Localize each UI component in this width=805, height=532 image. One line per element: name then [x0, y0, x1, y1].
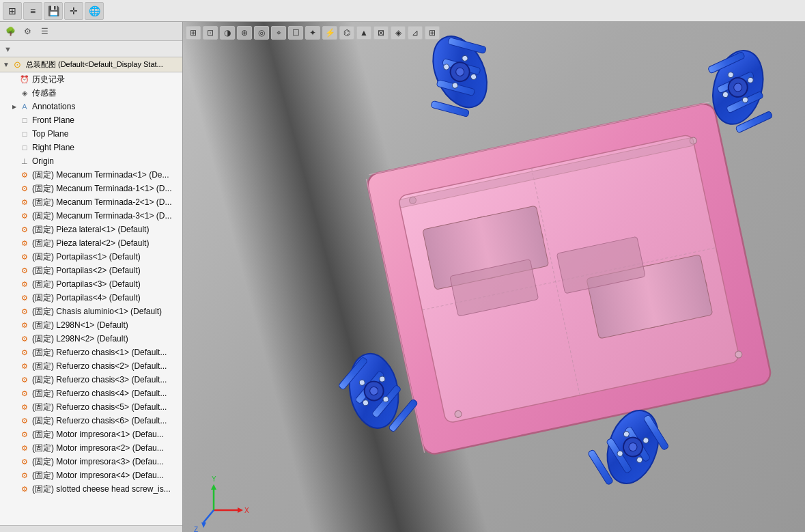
toolbar-icon-globe[interactable]: 🌐: [85, 2, 104, 20]
svg-text:Y: Y: [212, 475, 216, 483]
toolbar-icon-add[interactable]: ✛: [64, 2, 83, 20]
expand-icon-9: [11, 185, 18, 192]
panel-tab-tree[interactable]: 🌳: [3, 24, 18, 39]
tree-node-label-19: (固定) L298N<1> (Default): [32, 320, 128, 331]
tree-node-icon-23: ⚙: [19, 374, 30, 385]
tree-container[interactable]: ⏰历史记录◈传感器▶AAnnotations□Front Plane□Top P…: [0, 72, 182, 525]
expand-icon-15: [11, 267, 18, 274]
tree-item-4[interactable]: □Front Plane: [0, 113, 182, 127]
tree-node-label-22: (固定) Refuerzo chasis<2> (Default...: [32, 361, 167, 372]
expand-icon-4: [11, 117, 18, 124]
tree-node-label-1: 历史记录: [32, 74, 65, 85]
tree-item-17[interactable]: ⚙(固定) Portapilas<4> (Default): [0, 291, 182, 305]
tree-node-icon-20: ⚙: [19, 333, 30, 344]
top-toolbar: ⊞ ≡ 💾 ✛ 🌐: [0, 0, 805, 22]
tree-node-icon-15: ⚙: [19, 265, 30, 276]
tree-node-icon-1: ⏰: [19, 74, 30, 85]
svg-line-65: [203, 510, 214, 522]
tree-node-icon-4: □: [19, 115, 30, 126]
expand-icon-21: [11, 349, 18, 356]
tree-item-9[interactable]: ⚙(固定) Mecanum Terminada-1<1> (D...: [0, 182, 182, 195]
tree-item-20[interactable]: ⚙(固定) L298N<2> (Default): [0, 332, 182, 346]
svg-marker-66: [201, 522, 206, 528]
root-assembly-icon: ⊙: [14, 59, 21, 70]
svg-text:X: X: [244, 507, 249, 514]
tree-item-3[interactable]: ▶AAnnotations: [0, 100, 182, 113]
expand-icon-23: [11, 376, 18, 383]
tree-item-21[interactable]: ⚙(固定) Refuerzo chasis<1> (Default...: [0, 346, 182, 359]
svg-marker-62: [238, 507, 243, 513]
tree-node-icon-11: ⚙: [19, 210, 30, 221]
filter-icon: ▼: [4, 45, 12, 53]
expand-icon-16: [11, 281, 18, 288]
tree-node-label-25: (固定) Refuerzo chasis<5> (Default...: [32, 402, 167, 413]
tree-item-18[interactable]: ⚙(固定) Chasis aluminio<1> (Default): [0, 305, 182, 318]
tree-item-23[interactable]: ⚙(固定) Refuerzo chasis<3> (Default...: [0, 373, 182, 387]
tree-item-25[interactable]: ⚙(固定) Refuerzo chasis<5> (Default...: [0, 400, 182, 414]
tree-node-icon-17: ⚙: [19, 292, 30, 303]
tree-node-icon-19: ⚙: [19, 320, 30, 331]
expand-icon-29: [11, 458, 18, 465]
tree-item-7[interactable]: ⊥Origin: [0, 154, 182, 168]
tree-root-node[interactable]: ▼ ⊙ 总装配图 (Default<Default_Display Stat..…: [0, 57, 182, 72]
tree-node-label-2: 传感器: [32, 87, 57, 99]
viewport[interactable]: ⊞ ⊡ ◑ ⊕ ◎ ⌖ ☐ ✦ ⚡ ⌬ ▲ ⊠ ◈ ⊿ ⊞: [183, 22, 805, 532]
tree-item-26[interactable]: ⚙(固定) Refuerzo chasis<6> (Default...: [0, 414, 182, 428]
tree-node-icon-3: A: [19, 101, 30, 112]
tree-node-label-7: Origin: [32, 156, 54, 166]
tree-item-14[interactable]: ⚙(固定) Portapilas<1> (Default): [0, 250, 182, 264]
tree-item-2[interactable]: ◈传感器: [0, 86, 182, 100]
toolbar-icon-list[interactable]: ≡: [23, 2, 42, 20]
tree-item-30[interactable]: ⚙(固定) Motor impresora<4> (Defau...: [0, 468, 182, 482]
tree-item-10[interactable]: ⚙(固定) Mecanum Terminada-2<1> (D...: [0, 195, 182, 209]
expand-icon-25: [11, 404, 18, 410]
tree-item-1[interactable]: ⏰历史记录: [0, 72, 182, 86]
toolbar-icon-save[interactable]: 💾: [44, 2, 63, 20]
tree-item-29[interactable]: ⚙(固定) Motor impresora<3> (Defau...: [0, 455, 182, 468]
expand-icon-2: [11, 89, 18, 96]
expand-icon-22: [11, 363, 18, 369]
root-label: 总装配图 (Default<Default_Display Stat...: [26, 59, 163, 70]
tree-node-icon-29: ⚙: [19, 456, 30, 467]
toolbar-icon-grid[interactable]: ⊞: [3, 2, 22, 20]
expand-icon-17: [11, 294, 18, 301]
tree-node-icon-14: ⚙: [19, 251, 30, 262]
panel-toolbar: 🌳 ⚙ ☰: [0, 22, 182, 41]
tree-item-31[interactable]: ⚙(固定) slotted cheese head screw_is...: [0, 482, 182, 496]
tree-item-15[interactable]: ⚙(固定) Portapilas<2> (Default): [0, 264, 182, 277]
tree-node-icon-25: ⚙: [19, 402, 30, 412]
tree-item-27[interactable]: ⚙(固定) Motor impresora<1> (Defau...: [0, 428, 182, 441]
tree-node-icon-22: ⚙: [19, 361, 30, 372]
expand-icon-31: [11, 486, 18, 492]
tree-node-label-26: (固定) Refuerzo chasis<6> (Default...: [32, 415, 167, 427]
panel-tab-properties[interactable]: ⚙: [20, 24, 35, 39]
expand-icon-26: [11, 417, 18, 424]
tree-item-8[interactable]: ⚙(固定) Mecanum Terminada<1> (De...: [0, 168, 182, 182]
tree-item-24[interactable]: ⚙(固定) Refuerzo chasis<4> (Default...: [0, 387, 182, 400]
tree-node-icon-21: ⚙: [19, 347, 30, 358]
tree-item-16[interactable]: ⚙(固定) Portapilas<3> (Default): [0, 277, 182, 291]
tree-item-28[interactable]: ⚙(固定) Motor impresora<2> (Defau...: [0, 441, 182, 455]
tree-node-icon-24: ⚙: [19, 388, 30, 399]
tree-node-label-13: (固定) Pieza lateral<2> (Default): [32, 238, 149, 249]
tree-item-13[interactable]: ⚙(固定) Pieza lateral<2> (Default): [0, 236, 182, 250]
tree-item-22[interactable]: ⚙(固定) Refuerzo chasis<2> (Default...: [0, 359, 182, 373]
tree-item-5[interactable]: □Top Plane: [0, 127, 182, 141]
tree-item-6[interactable]: □Right Plane: [0, 141, 182, 154]
panel-hscroll[interactable]: [0, 525, 182, 532]
tree-item-19[interactable]: ⚙(固定) L298N<1> (Default): [0, 318, 182, 332]
3d-model-svg: X Y Z: [183, 22, 805, 532]
svg-marker-64: [211, 484, 216, 490]
tree-node-icon-5: □: [19, 128, 30, 139]
tree-node-label-18: (固定) Chasis aluminio<1> (Default): [32, 306, 162, 318]
panel-tab-config[interactable]: ☰: [37, 24, 52, 39]
tree-node-label-6: Right Plane: [32, 143, 74, 152]
tree-node-label-21: (固定) Refuerzo chasis<1> (Default...: [32, 347, 167, 359]
tree-node-label-8: (固定) Mecanum Terminada<1> (De...: [32, 169, 169, 181]
tree-node-icon-8: ⚙: [19, 169, 30, 180]
tree-node-icon-27: ⚙: [19, 429, 30, 440]
tree-item-11[interactable]: ⚙(固定) Mecanum Terminada-3<1> (D...: [0, 209, 182, 223]
tree-item-12[interactable]: ⚙(固定) Pieza lateral<1> (Default): [0, 223, 182, 236]
expand-icon-5: [11, 130, 18, 137]
tree-node-label-24: (固定) Refuerzo chasis<4> (Default...: [32, 388, 167, 400]
